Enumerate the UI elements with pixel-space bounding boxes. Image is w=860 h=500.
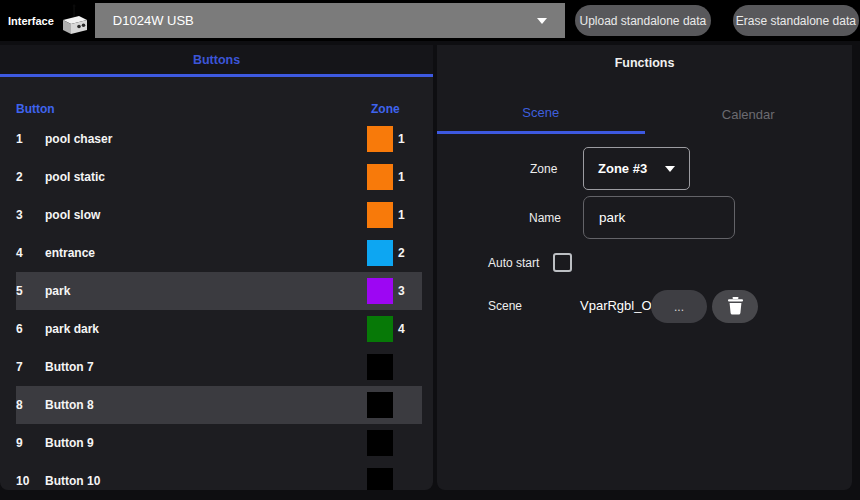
- erase-standalone-button[interactable]: Erase standalone data: [733, 5, 859, 36]
- tab-scene-label: Scene: [522, 105, 559, 120]
- topbar: Interface D1024W USB Upload standalone d…: [0, 0, 860, 41]
- button-row[interactable]: 9Button 9: [16, 424, 422, 462]
- name-input[interactable]: [583, 196, 735, 239]
- scene-label: Scene: [488, 299, 522, 313]
- scene-delete-button[interactable]: [712, 290, 758, 323]
- button-row[interactable]: 3pool slow1: [16, 196, 422, 234]
- scene-browse-button[interactable]: ...: [651, 290, 707, 323]
- button-number: 8: [16, 398, 45, 412]
- button-number: 2: [16, 170, 45, 184]
- tab-calendar-label: Calendar: [722, 107, 775, 122]
- zone-color-swatch: [367, 126, 393, 152]
- zone-color-swatch: [367, 468, 393, 490]
- button-number: 5: [16, 284, 45, 298]
- zone-color-swatch: [367, 316, 393, 342]
- button-name: Button 9: [45, 436, 367, 450]
- button-name: pool slow: [45, 208, 367, 222]
- zone-color-swatch: [367, 278, 393, 304]
- zone-color-swatch: [367, 392, 393, 418]
- device-select[interactable]: D1024W USB: [95, 3, 565, 38]
- chevron-down-icon: [665, 166, 675, 172]
- button-number: 7: [16, 360, 45, 374]
- button-row[interactable]: 10Button 10: [16, 462, 422, 490]
- zone-color-swatch: [367, 354, 393, 380]
- zone-number: 3: [398, 284, 422, 298]
- button-number: 4: [16, 246, 45, 260]
- button-name: entrance: [45, 246, 367, 260]
- scene-value: VparRgbl_ON: [580, 298, 661, 313]
- button-number: 9: [16, 436, 45, 450]
- dmx-interface-icon: [59, 3, 91, 39]
- zone-number: 4: [398, 322, 422, 336]
- zone-number: 2: [398, 246, 422, 260]
- button-number: 6: [16, 322, 45, 336]
- button-number: 3: [16, 208, 45, 222]
- button-name: park dark: [45, 322, 367, 336]
- name-label: Name: [529, 211, 561, 225]
- button-name: pool static: [45, 170, 367, 184]
- functions-tabbar: Scene Calendar: [437, 94, 852, 134]
- button-row[interactable]: 7Button 7: [16, 348, 422, 386]
- chevron-down-icon: [537, 18, 547, 24]
- trash-icon: [727, 296, 744, 318]
- auto-start-label: Auto start: [488, 256, 539, 270]
- button-name: Button 7: [45, 360, 367, 374]
- button-row[interactable]: 8Button 8: [16, 386, 422, 424]
- column-header-zone: Zone: [371, 102, 400, 116]
- functions-title: Functions: [437, 56, 852, 70]
- button-list: 1pool chaser12pool static13pool slow14en…: [0, 120, 433, 490]
- button-row[interactable]: 1pool chaser1: [16, 120, 422, 158]
- zone-color-swatch: [367, 240, 393, 266]
- functions-panel: Functions Scene Calendar Zone Zone #3 Na…: [437, 45, 852, 490]
- zone-color-swatch: [367, 202, 393, 228]
- button-row[interactable]: 4entrance2: [16, 234, 422, 272]
- button-name: pool chaser: [45, 132, 367, 146]
- zone-number: 1: [398, 170, 422, 184]
- button-row[interactable]: 5park3: [16, 272, 422, 310]
- button-number: 10: [16, 474, 45, 488]
- tab-scene[interactable]: Scene: [437, 94, 645, 134]
- button-name: Button 10: [45, 474, 367, 488]
- upload-standalone-button[interactable]: Upload standalone data: [575, 5, 711, 36]
- tab-calendar[interactable]: Calendar: [645, 94, 853, 134]
- column-header-button: Button: [16, 102, 55, 116]
- zone-select-value: Zone #3: [598, 161, 647, 176]
- zone-color-swatch: [367, 430, 393, 456]
- zone-label: Zone: [530, 162, 557, 176]
- button-name: Button 8: [45, 398, 367, 412]
- zone-color-swatch: [367, 164, 393, 190]
- buttons-tabbar: Buttons: [0, 45, 433, 77]
- device-select-value: D1024W USB: [113, 13, 194, 28]
- button-row[interactable]: 6park dark4: [16, 310, 422, 348]
- auto-start-checkbox[interactable]: [553, 253, 572, 272]
- button-name: park: [45, 284, 367, 298]
- zone-number: 1: [398, 132, 422, 146]
- zone-number: 1: [398, 208, 422, 222]
- zone-select[interactable]: Zone #3: [583, 147, 690, 190]
- tab-buttons[interactable]: Buttons: [193, 53, 240, 67]
- buttons-panel: Buttons Button Zone 1pool chaser12pool s…: [0, 45, 433, 490]
- button-number: 1: [16, 132, 45, 146]
- button-row[interactable]: 2pool static1: [16, 158, 422, 196]
- interface-label: Interface: [8, 15, 54, 27]
- app-window: Interface D1024W USB Upload standalone d…: [0, 0, 860, 500]
